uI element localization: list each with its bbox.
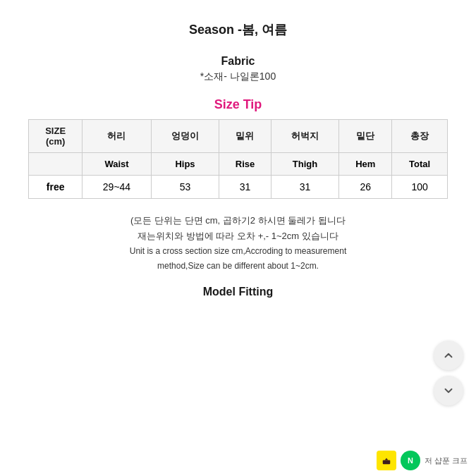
season-section: Season -봄, 여름: [28, 21, 448, 38]
model-fitting-section: Model Fitting: [28, 286, 448, 298]
col-thigh-en: Thigh: [271, 153, 339, 176]
naver-label: N: [408, 456, 413, 465]
cell-total: 100: [392, 176, 448, 199]
bottom-bar: N 저 샵푼 크프: [368, 445, 476, 476]
model-fitting-title: Model Fitting: [203, 286, 274, 298]
size-tip-title: Size Tip: [28, 97, 448, 112]
fabric-detail: *소재- 나일론100: [28, 71, 448, 83]
naver-badge[interactable]: N: [401, 451, 420, 470]
col-size-en: [29, 153, 83, 176]
page-container: Season -봄, 여름 Fabric *소재- 나일론100 Size Ti…: [0, 0, 476, 476]
kakao-badge[interactable]: [377, 451, 396, 470]
col-rise-en: Rise: [219, 153, 271, 176]
cell-size: free: [29, 176, 83, 199]
col-total-en: Total: [392, 153, 448, 176]
season-title: Season -봄, 여름: [189, 23, 287, 37]
col-total-kr: 총장: [392, 120, 448, 153]
scroll-buttons: [434, 341, 463, 405]
cell-hips: 53: [151, 176, 219, 199]
size-table: SIZE(cm) 허리 엉덩이 밑위 허벅지 밑단 총장 Waist Hips …: [28, 119, 448, 199]
svg-rect-0: [383, 460, 391, 464]
scroll-down-button[interactable]: [434, 376, 463, 405]
share-icon: [382, 456, 391, 465]
korean-note: (모든 단위는 단면 cm, 곱하기2 하시면 둘레가 됩니다 재는위치와 방법…: [28, 213, 448, 244]
col-size-kr: SIZE(cm): [29, 120, 83, 153]
cell-waist: 29~44: [83, 176, 151, 199]
cell-thigh: 31: [271, 176, 339, 199]
cell-hem: 26: [339, 176, 392, 199]
col-rise-kr: 밑위: [219, 120, 271, 153]
col-waist-en: Waist: [83, 153, 151, 176]
notes-section: (모든 단위는 단면 cm, 곱하기2 하시면 둘레가 됩니다 재는위치와 방법…: [28, 213, 448, 273]
fabric-title: Fabric: [28, 55, 448, 68]
fabric-section: Fabric *소재- 나일론100: [28, 55, 448, 83]
col-thigh-kr: 허벅지: [271, 120, 339, 153]
shop-label: 저 샵푼 크프: [425, 456, 468, 466]
chevron-up-icon: [442, 349, 455, 362]
col-hips-en: Hips: [151, 153, 219, 176]
table-row: free 29~44 53 31 31 26 100: [29, 176, 448, 199]
scroll-up-button[interactable]: [434, 341, 463, 370]
col-hips-kr: 엉덩이: [151, 120, 219, 153]
english-note: Unit is a cross section size cm,Accrodin…: [28, 244, 448, 273]
col-waist-kr: 허리: [83, 120, 151, 153]
cell-rise: 31: [219, 176, 271, 199]
col-hem-kr: 밑단: [339, 120, 392, 153]
table-header-korean: SIZE(cm) 허리 엉덩이 밑위 허벅지 밑단 총장: [29, 120, 448, 153]
col-hem-en: Hem: [339, 153, 392, 176]
size-tip-section: Size Tip SIZE(cm) 허리 엉덩이 밑위 허벅지 밑단 총장 Wa…: [28, 97, 448, 199]
chevron-down-icon: [442, 384, 455, 397]
table-header-english: Waist Hips Rise Thigh Hem Total: [29, 153, 448, 176]
